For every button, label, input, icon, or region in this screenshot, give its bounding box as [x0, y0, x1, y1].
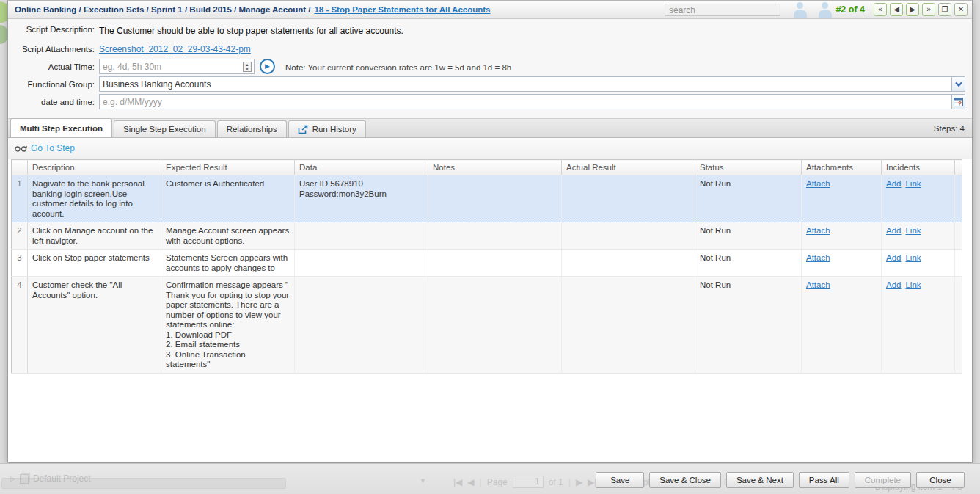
next-record-button[interactable]: ▶ [906, 3, 919, 16]
incident-link-link[interactable]: Link [905, 253, 921, 262]
test-execution-dialog: Online Banking / Execution Sets / Sprint… [7, 0, 973, 463]
row-number: 4 [12, 277, 28, 374]
cell-notes[interactable] [428, 250, 562, 277]
previous-page-icon[interactable]: ◀ [467, 477, 474, 487]
table-row[interactable]: 1 Nagivate to the bank personal banking … [12, 175, 962, 222]
incident-add-link[interactable]: Add [886, 179, 901, 188]
row-number: 1 [12, 175, 28, 222]
cell-status[interactable]: Not Run [695, 222, 802, 250]
attach-link[interactable]: Attach [806, 253, 830, 262]
breadcrumb-current-link[interactable]: 18 - Stop Paper Statements for All Accou… [314, 5, 490, 14]
start-timer-button[interactable]: ▶ [260, 59, 275, 74]
cell-status[interactable]: Not Run [695, 277, 802, 374]
save-and-next-button[interactable]: Save & Next [726, 472, 794, 488]
cell-data[interactable] [295, 277, 428, 374]
cell-actual-result[interactable] [562, 277, 695, 374]
incident-link-link[interactable]: Link [905, 280, 921, 289]
table-row[interactable]: 4 Customer check the "All Accounts" opti… [12, 277, 962, 374]
last-record-button[interactable]: » [922, 3, 935, 16]
complete-button: Complete [855, 472, 911, 488]
calendar-icon[interactable] [951, 94, 965, 109]
cell-description[interactable]: Click on Stop paper statements [28, 250, 161, 277]
cell-description[interactable]: Customer check the "All Accounts" option… [28, 277, 161, 374]
tab-run-history[interactable]: Run History [288, 120, 366, 137]
tab-label: Multi Step Execution [20, 124, 103, 133]
conversion-note: Note: Your current conversion rates are … [285, 62, 511, 72]
cell-expected-result[interactable]: Customer is Authenticated [161, 175, 295, 222]
attach-link[interactable]: Attach [806, 280, 830, 289]
table-row[interactable]: 3 Click on Stop paper statements Stateme… [12, 250, 962, 277]
grid-toolbar: Go To Step [8, 138, 972, 159]
attach-link[interactable]: Attach [806, 179, 830, 188]
column-header-description[interactable]: Description [28, 160, 161, 175]
cell-data[interactable] [295, 222, 428, 250]
incident-add-link[interactable]: Add [886, 226, 901, 235]
cell-notes[interactable] [428, 277, 562, 374]
column-header-attachments[interactable]: Attachments [802, 160, 882, 175]
tab-relationships[interactable]: Relationships [217, 120, 287, 137]
collapse-caret-icon[interactable]: ▼ [420, 477, 426, 484]
save-button[interactable]: Save [596, 472, 644, 488]
cell-notes[interactable] [428, 222, 562, 250]
steps-count: Steps: 4 [934, 124, 972, 133]
table-header-row: Description Expected Result Data Notes A… [12, 160, 962, 175]
close-button[interactable]: Close [916, 472, 965, 488]
cell-actual-result[interactable] [562, 175, 695, 222]
tab-bar: Multi Step Execution Single Step Executi… [8, 118, 972, 138]
maximize-button[interactable]: ❐ [938, 3, 951, 16]
cell-expected-result[interactable]: Confirmation message appears " Thank you… [161, 277, 295, 374]
tab-single-step-execution[interactable]: Single Step Execution [114, 120, 216, 137]
expand-arrow-icon[interactable]: ▷ [10, 475, 15, 482]
cell-status[interactable]: Not Run [695, 175, 802, 222]
attachment-link[interactable]: Screenshot_2012_02_29-03-43-42-pm [99, 44, 251, 54]
cell-description[interactable]: Nagivate to the bank personal banking lo… [28, 175, 161, 222]
table-row[interactable]: 2 Click on Manage account on the left na… [12, 222, 962, 250]
time-spinner-icon[interactable]: ▲▼ [243, 62, 252, 72]
go-to-step-link[interactable]: Go To Step [31, 143, 75, 153]
run-history-icon [298, 125, 309, 134]
tab-multi-step-execution[interactable]: Multi Step Execution [10, 118, 112, 137]
cell-expected-result[interactable]: Manage Account screen appears with accou… [161, 222, 295, 250]
user-icon [818, 2, 833, 18]
user-avatars [793, 2, 833, 18]
incident-add-link[interactable]: Add [886, 280, 901, 289]
search-input[interactable] [665, 4, 780, 16]
attach-link[interactable]: Attach [806, 226, 830, 235]
column-header-expected-result[interactable]: Expected Result [161, 160, 295, 175]
chevron-down-icon[interactable] [951, 76, 965, 92]
cell-actual-result[interactable] [562, 250, 695, 277]
page-of-label: of 1 [549, 477, 563, 487]
actual-time-input[interactable] [99, 59, 255, 74]
column-header-rownum [12, 160, 28, 175]
previous-record-button[interactable]: ◀ [890, 3, 903, 16]
next-page-icon[interactable]: ▶ [576, 477, 582, 487]
column-header-status[interactable]: Status [695, 160, 802, 175]
cell-expected-result[interactable]: Statements Screen appears with accounts … [161, 250, 295, 277]
cell-status[interactable]: Not Run [695, 250, 802, 277]
save-and-close-button[interactable]: Save & Close [649, 472, 721, 488]
cell-data[interactable]: User ID 5678910 Password:mon3y2Burn [295, 175, 428, 222]
functional-group-input[interactable] [99, 76, 951, 92]
script-form: Script Description: The Customer should … [8, 19, 972, 118]
actual-time-label: Actual Time: [8, 62, 99, 71]
column-header-notes[interactable]: Notes [428, 160, 562, 175]
cell-description[interactable]: Click on Manage account on the left navi… [28, 222, 161, 250]
date-and-time-input[interactable] [99, 94, 951, 109]
first-record-button[interactable]: « [874, 3, 887, 16]
incident-link-link[interactable]: Link [905, 226, 921, 235]
cell-actual-result[interactable] [562, 222, 695, 250]
pass-all-button[interactable]: Pass All [799, 472, 849, 488]
cell-notes[interactable] [428, 175, 562, 222]
incident-add-link[interactable]: Add [886, 253, 901, 262]
close-dialog-button[interactable]: ✕ [954, 3, 968, 16]
cell-data[interactable] [295, 250, 428, 277]
column-header-actual-result[interactable]: Actual Result [562, 160, 695, 175]
column-header-incidents[interactable]: Incidents [882, 160, 955, 175]
incident-link-link[interactable]: Link [905, 179, 921, 188]
first-page-icon[interactable]: |◀ [453, 477, 462, 487]
page-label: Page [487, 477, 508, 487]
page-number-input[interactable]: 1 [513, 476, 544, 488]
column-header-data[interactable]: Data [295, 160, 428, 175]
dialog-footer-buttons: Save Save & Close Save & Next Pass All C… [596, 472, 965, 488]
project-tree-node[interactable]: ▷ Default Project [10, 473, 91, 484]
